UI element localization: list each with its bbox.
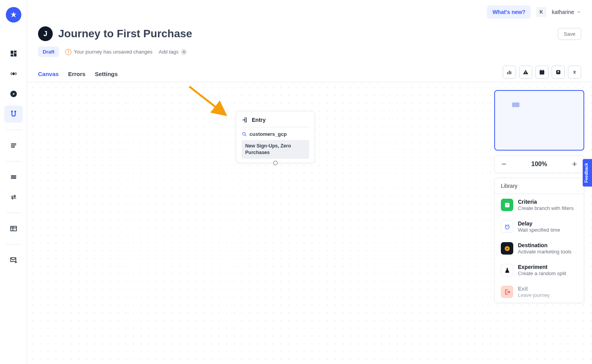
svg-rect-10 [507, 72, 508, 74]
whats-new-button[interactable]: What's new? [487, 5, 531, 19]
enter-icon [242, 117, 248, 123]
svg-line-20 [189, 87, 224, 114]
library-item-title: Exit [518, 286, 550, 292]
topbar: What's new? K katharine [27, 0, 592, 19]
add-tags-button[interactable]: Add tags + [159, 49, 187, 55]
dashboard-icon [10, 50, 17, 57]
svg-rect-0 [10, 51, 13, 54]
compass-icon [10, 90, 17, 98]
svg-rect-18 [543, 69, 544, 71]
spark-icon [10, 11, 17, 19]
unsaved-warning: ! Your journey has unsaved changes [65, 49, 152, 55]
nav-explore[interactable] [4, 85, 23, 102]
broadcast-icon [10, 70, 17, 78]
svg-point-6 [11, 111, 12, 112]
library-item-title: Destination [518, 242, 571, 248]
alert-icon: ! [65, 49, 71, 55]
library-heading: Library [495, 178, 584, 194]
svg-rect-1 [14, 51, 16, 53]
library-item-delay[interactable]: DelayWait specified time [495, 216, 584, 237]
entry-node[interactable]: Entry customers_gcp New Sign-Ups, Zero P… [236, 111, 315, 163]
svg-rect-14 [525, 73, 526, 74]
export-icon [555, 69, 561, 75]
left-sidebar [0, 0, 27, 364]
user-menu[interactable]: katharine [552, 9, 581, 15]
minimap-node-indicator [512, 102, 519, 107]
library-item-title: Delay [518, 220, 560, 227]
entry-label: Entry [252, 117, 266, 123]
tabs: Canvas Errors Settings [38, 67, 118, 81]
toolbar-calendar-button[interactable] [535, 66, 549, 79]
library-item-title: Criteria [518, 199, 574, 205]
feedback-tab[interactable]: Feedback [583, 159, 592, 187]
rows-icon [10, 173, 17, 181]
unsaved-text: Your journey has unsaved changes [74, 49, 152, 55]
search-icon [242, 132, 247, 137]
library-item-desc: Activate marketing tools [518, 249, 571, 255]
minimap[interactable] [494, 90, 584, 151]
chevron-down-icon [576, 10, 581, 14]
svg-point-21 [242, 132, 245, 135]
nav-table[interactable] [4, 220, 23, 237]
table-icon [10, 225, 17, 232]
toolbar-collapse-button[interactable] [568, 66, 581, 79]
tab-canvas[interactable]: Canvas [38, 67, 59, 81]
bar-chart-icon [506, 69, 512, 75]
destination-icon [501, 242, 513, 255]
save-button[interactable]: Save [558, 28, 581, 40]
nav-list[interactable] [4, 137, 23, 154]
criteria-icon [501, 199, 513, 211]
library-item-experiment[interactable]: ExperimentCreate a random split [495, 259, 584, 281]
node-output-handle[interactable] [273, 161, 278, 165]
toolbar-chart-button[interactable] [503, 66, 516, 79]
calendar-icon [539, 69, 545, 75]
toolbar-export-button[interactable] [552, 66, 565, 79]
list-icon [10, 142, 17, 149]
nav-broadcast[interactable] [4, 65, 23, 82]
delay-icon [501, 220, 513, 233]
canvas[interactable]: Entry customers_gcp New Sign-Ups, Zero P… [27, 82, 592, 364]
add-tags-label: Add tags [159, 49, 178, 55]
library-item-desc: Create branch with filters [518, 205, 574, 211]
svg-rect-8 [10, 226, 16, 231]
plus-icon: + [181, 49, 187, 55]
toolbar-warning-button[interactable] [519, 66, 532, 79]
journey-icon [10, 110, 17, 118]
mail-forward-icon [10, 256, 17, 264]
user-name: katharine [552, 9, 574, 15]
status-badge: Draft [38, 47, 59, 57]
tab-settings[interactable]: Settings [95, 67, 118, 81]
user-avatar[interactable]: K [536, 7, 546, 17]
collapse-icon [571, 69, 578, 75]
svg-rect-3 [10, 55, 13, 57]
app-logo[interactable] [6, 7, 21, 23]
nav-dashboard[interactable] [4, 45, 23, 62]
library-item-desc: Wait specified time [518, 227, 560, 233]
library-item-criteria[interactable]: CriteriaCreate branch with filters [495, 194, 584, 216]
canvas-toolbar [503, 66, 581, 82]
library-panel: Library CriteriaCreate branch with filte… [494, 178, 584, 303]
library-item-destination[interactable]: DestinationActivate marketing tools [495, 237, 584, 259]
journey-avatar: J [38, 26, 53, 41]
library-item-desc: Create a random split [518, 270, 566, 276]
nav-queue[interactable] [4, 168, 23, 185]
svg-point-24 [505, 225, 509, 229]
nav-journeys[interactable] [4, 106, 23, 123]
swap-icon [10, 193, 17, 201]
library-item-exit[interactable]: ExitLeave journey [495, 281, 584, 303]
nav-sync[interactable] [4, 189, 23, 206]
svg-rect-12 [511, 71, 511, 74]
svg-rect-17 [540, 69, 541, 71]
zoom-value: 100% [531, 161, 547, 168]
pointer-arrow [187, 85, 230, 120]
exit-icon [501, 286, 513, 298]
page-title: Journey to First Purchase [58, 28, 192, 40]
tab-errors[interactable]: Errors [68, 67, 85, 81]
experiment-icon [501, 264, 513, 276]
nav-mail[interactable] [4, 251, 23, 269]
svg-rect-2 [14, 53, 16, 56]
zoom-in-button[interactable]: + [571, 160, 578, 168]
zoom-out-button[interactable]: − [500, 160, 508, 168]
svg-rect-13 [525, 71, 526, 73]
entry-audience-chip: New Sign-Ups, Zero Purchases [242, 140, 309, 159]
